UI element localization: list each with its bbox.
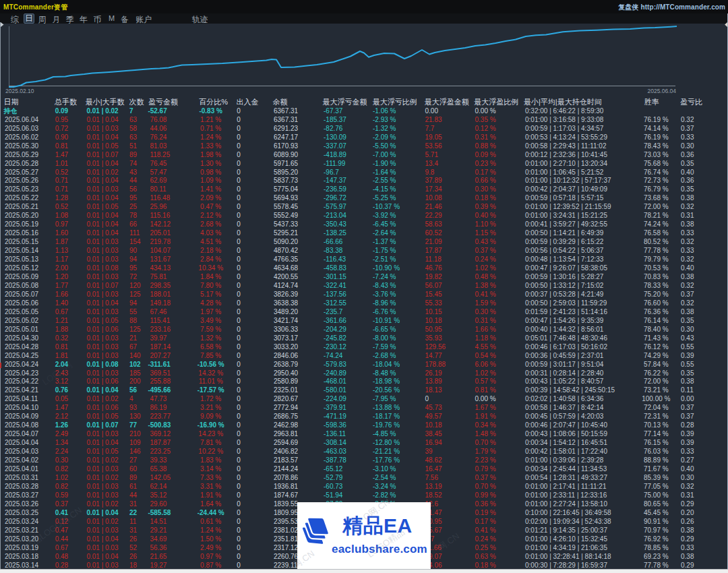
- svg-text:2025.02.10: 2025.02.10: [5, 88, 34, 94]
- svg-text:2025.06.04: 2025.06.04: [647, 88, 676, 94]
